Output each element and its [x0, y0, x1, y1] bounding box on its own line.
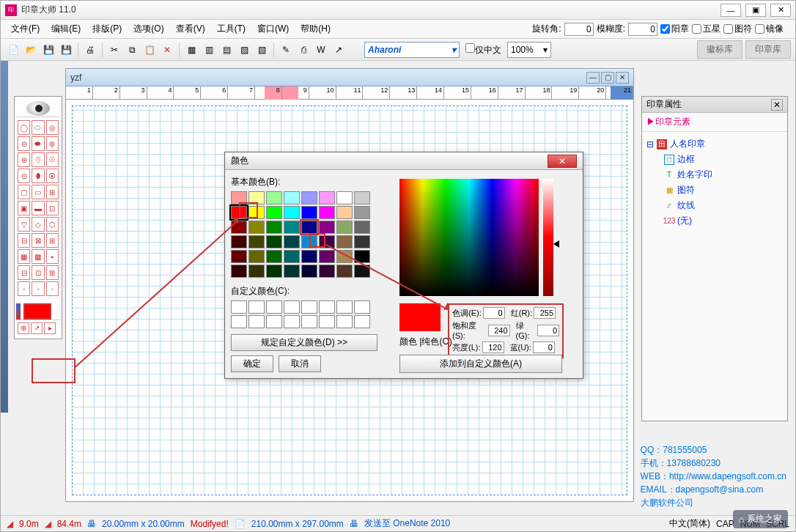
custom-swatch[interactable] [319, 300, 335, 314]
doc-min[interactable]: — [586, 72, 600, 84]
basic-swatch[interactable] [248, 235, 265, 248]
custom-swatch[interactable] [248, 300, 265, 314]
tree-name-text[interactable]: T姓名字印 [664, 167, 783, 182]
basic-swatch[interactable] [266, 206, 282, 219]
shape-grid[interactable]: ⊞ [46, 185, 59, 199]
color-field[interactable] [399, 179, 539, 296]
shape-j2[interactable]: ▫ [32, 281, 44, 296]
new-button[interactable]: 📄 [5, 42, 21, 58]
basic-swatch[interactable] [354, 206, 370, 219]
shape-rect[interactable]: ▭ [32, 185, 44, 199]
tool-a[interactable]: ▦ [183, 42, 199, 58]
green-input[interactable] [537, 325, 559, 336]
tool-h[interactable]: W [313, 42, 329, 58]
custom-swatch[interactable] [301, 315, 317, 328]
tool-g[interactable]: ⎙ [295, 42, 312, 58]
shape-doval[interactable]: ⬬ [32, 136, 44, 151]
basic-swatch[interactable] [284, 221, 300, 234]
shape-h3[interactable]: ▪ [46, 249, 59, 264]
prop-close-button[interactable]: ✕ [771, 99, 783, 111]
menu-edit[interactable]: 编辑(E) [45, 20, 86, 38]
basic-swatch[interactable] [284, 191, 300, 204]
shape-f3[interactable]: ⦿ [46, 169, 59, 183]
tool-c[interactable]: ▤ [218, 42, 235, 58]
shape-i3[interactable]: ⊞ [46, 265, 59, 280]
shape-h2[interactable]: ▩ [32, 249, 44, 264]
shape-j1[interactable]: ▫ [18, 281, 30, 296]
saveas-button[interactable]: 💾 [58, 42, 74, 58]
basic-swatch[interactable] [248, 265, 265, 278]
basic-swatch[interactable] [336, 206, 353, 219]
shape-g3[interactable]: ⊞ [46, 233, 59, 248]
shape-g1[interactable]: ⊟ [18, 233, 30, 248]
menu-layout[interactable]: 排版(P) [86, 20, 128, 38]
menu-options[interactable]: 选项(O) [128, 20, 169, 38]
basic-swatch[interactable] [336, 191, 353, 204]
menu-view[interactable]: 查看(V) [170, 20, 211, 38]
shape-dcircle[interactable]: ◎ [46, 120, 59, 135]
minimize-button[interactable]: — [721, 4, 741, 17]
basic-swatch[interactable] [319, 250, 335, 263]
font-select[interactable]: Aharoni▾ [364, 42, 460, 58]
doc-max[interactable]: ▢ [601, 72, 614, 84]
custom-swatch[interactable] [319, 315, 335, 328]
tab-logo-lib[interactable]: 徽标库 [697, 40, 742, 59]
custom-swatch[interactable] [284, 315, 300, 328]
custom-swatch[interactable] [248, 315, 265, 328]
delete-button[interactable]: ✕ [159, 42, 175, 58]
basic-swatch[interactable] [301, 206, 317, 219]
basic-swatch[interactable] [336, 221, 353, 234]
shape-tri[interactable]: ▽ [18, 217, 30, 232]
dialog-close-button[interactable]: ✕ [548, 155, 577, 168]
close-button[interactable]: ✕ [770, 4, 791, 17]
hue-bar[interactable] [543, 179, 553, 296]
pal-tool-2[interactable]: ↗ [31, 322, 43, 334]
custom-swatch[interactable] [266, 300, 282, 314]
basic-swatch[interactable] [231, 235, 247, 248]
cancel-button[interactable]: 取消 [279, 355, 321, 372]
tree-symbol[interactable]: ▦图符 [664, 182, 783, 198]
tree-lines[interactable]: ⫽纹线 [664, 198, 783, 213]
shape-hex[interactable]: ⬡ [46, 217, 59, 232]
red-input[interactable] [534, 307, 556, 319]
open-button[interactable]: 📂 [23, 42, 39, 58]
shape-e3[interactable]: ⦾ [46, 152, 59, 167]
tool-e[interactable]: ▧ [254, 42, 270, 58]
basic-swatch[interactable] [266, 221, 282, 234]
tool-f[interactable]: ✎ [278, 42, 294, 58]
basic-swatch[interactable] [266, 191, 282, 204]
mirror-checkbox[interactable]: 镜像 [755, 23, 784, 35]
define-custom-button[interactable]: 规定自定义颜色(D) >> [231, 334, 377, 351]
shape-drect[interactable]: ▬ [32, 201, 44, 215]
yang-checkbox[interactable]: 阳章 [660, 23, 689, 35]
paste-button[interactable]: 📋 [141, 42, 158, 58]
basic-swatch[interactable] [284, 250, 300, 263]
basic-swatch[interactable] [319, 221, 335, 234]
menu-tools[interactable]: 工具(T) [211, 20, 251, 38]
lum-input[interactable] [482, 341, 504, 353]
shape-i1[interactable]: ⊟ [18, 265, 30, 280]
tool-b[interactable]: ▥ [201, 42, 217, 58]
basic-swatch[interactable] [284, 206, 300, 219]
shape-g2[interactable]: ⊠ [32, 233, 44, 248]
current-color-swatch[interactable] [23, 303, 51, 319]
pal-tool-1[interactable]: ⊕ [18, 322, 29, 334]
basic-swatch[interactable] [284, 265, 300, 278]
basic-swatch[interactable] [354, 191, 370, 204]
custom-swatch[interactable] [231, 315, 247, 328]
cn-only-checkbox[interactable]: 仅中文 [465, 43, 501, 56]
doc-close[interactable]: ✕ [616, 72, 629, 84]
star-checkbox[interactable]: 五星 [692, 23, 721, 35]
hue-input[interactable] [483, 307, 505, 319]
pal-tool-3[interactable]: ▸ [44, 322, 56, 334]
basic-swatch[interactable] [319, 206, 335, 219]
basic-swatch[interactable] [266, 250, 282, 263]
save-button[interactable]: 💾 [40, 42, 56, 58]
basic-swatch[interactable] [284, 235, 300, 248]
basic-swatch[interactable] [336, 235, 353, 248]
shape-dsq[interactable]: ▣ [18, 201, 30, 215]
tree-root[interactable]: ⊟田人名印章 [646, 136, 783, 152]
add-custom-button[interactable]: 添加到自定义颜色(A) [399, 355, 562, 373]
shape-sq[interactable]: ▢ [18, 185, 30, 199]
shape-i2[interactable]: ⊡ [32, 265, 44, 280]
